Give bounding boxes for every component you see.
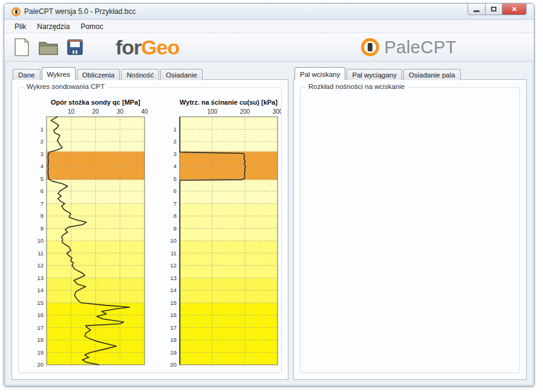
maximize-icon [491, 7, 496, 11]
open-file-button[interactable] [37, 36, 60, 59]
nosnosc-groupbox-label: Rozkład nośności na wciskanie [305, 83, 408, 90]
svg-text:13: 13 [37, 275, 44, 281]
palecpt-ring-icon [361, 38, 379, 56]
svg-text:8: 8 [174, 212, 177, 219]
svg-text:3: 3 [41, 151, 44, 157]
new-file-button[interactable] [10, 36, 33, 59]
tab-pal-wciskany[interactable]: Pal wciskany [294, 67, 345, 80]
svg-text:20: 20 [37, 361, 44, 368]
svg-text:20: 20 [92, 108, 99, 115]
svg-text:10: 10 [68, 108, 75, 115]
svg-text:9: 9 [41, 225, 44, 232]
cu-chart: Wytrz. na ścinanie cu(su) [kPa] 10020030… [160, 99, 281, 373]
svg-text:12: 12 [37, 262, 44, 269]
svg-text:18: 18 [170, 336, 177, 343]
svg-text:17: 17 [170, 324, 177, 331]
right-panel: Pal wciskany Pal wyciągany Osiadanie pal… [293, 67, 527, 380]
minimize-button[interactable] [467, 4, 486, 15]
svg-text:17: 17 [37, 324, 44, 331]
left-tabstrip: Dane Wykres Obliczenia Nośność Osiadanie [11, 67, 288, 80]
forgeo-logo: forGeo [115, 36, 179, 59]
svg-text:8: 8 [41, 212, 44, 219]
svg-text:5: 5 [41, 175, 44, 182]
svg-text:40: 40 [141, 108, 148, 115]
svg-text:7: 7 [41, 200, 44, 207]
svg-text:3: 3 [174, 151, 177, 157]
minimize-icon [473, 10, 480, 12]
window-controls: ✕ [467, 4, 527, 15]
svg-text:6: 6 [174, 188, 177, 194]
tab-osiadanie[interactable]: Osiadanie [160, 69, 203, 80]
window-title: PaleCPT wersja 5.0 - Przykład.bcc [24, 7, 136, 16]
svg-text:9: 9 [174, 225, 177, 232]
svg-text:14: 14 [170, 287, 177, 293]
qc-profile-svg: 102030401234567891011121314151617181920 [27, 107, 148, 371]
tab-osiadanie-pala[interactable]: Osiadanie pala [403, 69, 461, 80]
save-file-button[interactable] [63, 36, 86, 59]
cpt-groupbox-label: Wykres sondowania CPT [24, 83, 108, 90]
svg-text:13: 13 [170, 275, 177, 281]
svg-text:2: 2 [41, 138, 44, 145]
forgeo-logo-geo: Geo [141, 36, 179, 59]
palecpt-logo-text: PaleCPT [384, 38, 457, 57]
svg-text:19: 19 [37, 349, 44, 356]
qc-chart: Opór stożka sondy qc [MPa] 1020304012345… [27, 99, 148, 373]
svg-text:11: 11 [37, 250, 44, 256]
app-window: PaleCPT wersja 5.0 - Przykład.bcc ✕ Plik… [4, 3, 535, 387]
toolbar: forGeo PaleCPT [4, 33, 534, 62]
new-file-icon [14, 38, 30, 56]
svg-text:15: 15 [170, 299, 177, 306]
nosnosc-groupbox: Rozkład nośności na wciskanie [300, 87, 520, 373]
svg-text:4: 4 [174, 163, 177, 169]
title-bar[interactable]: PaleCPT wersja 5.0 - Przykład.bcc ✕ [4, 4, 534, 20]
app-icon [11, 7, 21, 16]
svg-text:10: 10 [170, 237, 177, 244]
tab-nosnosc[interactable]: Nośność [121, 69, 159, 80]
close-button[interactable]: ✕ [502, 4, 527, 15]
svg-text:16: 16 [170, 312, 177, 318]
menu-item-plik[interactable]: Plik [9, 21, 31, 32]
svg-text:4: 4 [41, 163, 44, 169]
right-tabstrip: Pal wciskany Pal wyciągany Osiadanie pal… [293, 67, 527, 80]
cu-chart-plot: 1002003001234567891011121314151617181920 [160, 107, 281, 373]
svg-text:12: 12 [170, 262, 177, 269]
svg-text:1: 1 [41, 126, 44, 132]
svg-text:10: 10 [37, 237, 44, 244]
menu-bar: Plik Narzędzia Pomoc [4, 20, 534, 33]
svg-text:100: 100 [207, 108, 218, 115]
wykres-tabpage: Wykres sondowania CPT Opór stożka sondy … [11, 79, 288, 380]
maximize-button[interactable] [486, 4, 502, 15]
save-floppy-icon [67, 39, 83, 56]
menu-item-pomoc[interactable]: Pomoc [75, 21, 108, 32]
svg-text:20: 20 [170, 361, 177, 368]
svg-text:30: 30 [117, 108, 124, 115]
left-panel: Dane Wykres Obliczenia Nośność Osiadanie… [11, 67, 288, 380]
svg-text:15: 15 [37, 299, 44, 306]
main-area: Dane Wykres Obliczenia Nośność Osiadanie… [4, 62, 534, 380]
svg-text:18: 18 [37, 336, 44, 343]
svg-text:1: 1 [174, 126, 177, 132]
tab-pal-wyciagany[interactable]: Pal wyciągany [346, 69, 402, 80]
tab-wykres[interactable]: Wykres [42, 67, 76, 80]
cu-profile-svg: 1002003001234567891011121314151617181920 [160, 107, 281, 371]
svg-text:14: 14 [37, 287, 44, 293]
tab-obliczenia[interactable]: Obliczenia [77, 69, 120, 80]
svg-text:11: 11 [171, 250, 177, 256]
tab-dane[interactable]: Dane [13, 69, 41, 80]
menu-item-narzedzia[interactable]: Narzędzia [31, 21, 75, 32]
svg-text:6: 6 [41, 188, 44, 194]
svg-text:5: 5 [174, 175, 177, 182]
svg-text:7: 7 [174, 200, 177, 207]
qc-chart-plot: 102030401234567891011121314151617181920 [27, 107, 148, 373]
svg-text:300: 300 [273, 108, 281, 115]
cu-chart-title: Wytrz. na ścinanie cu(su) [kPa] [180, 99, 278, 106]
svg-text:16: 16 [37, 312, 44, 318]
svg-text:200: 200 [240, 108, 250, 115]
close-icon: ✕ [512, 5, 517, 13]
qc-chart-title: Opór stożka sondy qc [MPa] [47, 99, 145, 106]
svg-text:19: 19 [170, 349, 177, 356]
palecpt-logo: PaleCPT [361, 38, 457, 57]
charts-row: Opór stożka sondy qc [MPa] 1020304012345… [24, 99, 278, 373]
svg-text:2: 2 [174, 138, 177, 145]
forgeo-logo-for: for [115, 36, 141, 59]
